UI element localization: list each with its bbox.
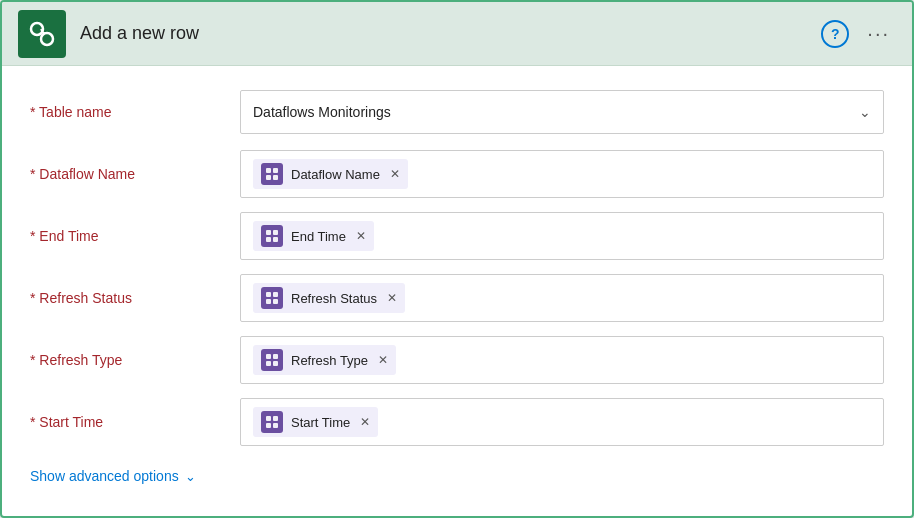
more-button[interactable]: ··· bbox=[861, 18, 896, 49]
field-dataflow-name[interactable]: Dataflow Name ✕ bbox=[240, 150, 884, 198]
tag-close-start-time[interactable]: ✕ bbox=[360, 416, 370, 428]
tag-icon-refresh-type bbox=[261, 349, 283, 371]
help-button[interactable]: ? bbox=[821, 20, 849, 48]
tag-label-start-time: Start Time bbox=[291, 415, 350, 430]
tag-label-refresh-type: Refresh Type bbox=[291, 353, 368, 368]
row-table-name: Table name Dataflows Monitorings ⌄ bbox=[30, 84, 884, 140]
tag-label-end-time: End Time bbox=[291, 229, 346, 244]
header-title: Add a new row bbox=[80, 23, 821, 44]
header-actions: ? ··· bbox=[821, 18, 896, 49]
tag-label-dataflow-name: Dataflow Name bbox=[291, 167, 380, 182]
tag-close-dataflow-name[interactable]: ✕ bbox=[390, 168, 400, 180]
row-end-time: End Time End Time ✕ bbox=[30, 208, 884, 264]
advanced-options-label: Show advanced options bbox=[30, 468, 179, 484]
label-end-time: End Time bbox=[30, 228, 240, 244]
svg-rect-10 bbox=[266, 292, 271, 297]
tag-icon-end-time bbox=[261, 225, 283, 247]
svg-rect-9 bbox=[273, 237, 278, 242]
svg-point-1 bbox=[41, 33, 53, 45]
tag-dataflow-name: Dataflow Name ✕ bbox=[253, 159, 408, 189]
row-refresh-status: Refresh Status Refresh Status ✕ bbox=[30, 270, 884, 326]
svg-rect-15 bbox=[273, 354, 278, 359]
svg-rect-14 bbox=[266, 354, 271, 359]
field-end-time[interactable]: End Time ✕ bbox=[240, 212, 884, 260]
svg-rect-21 bbox=[273, 423, 278, 428]
tag-start-time: Start Time ✕ bbox=[253, 407, 378, 437]
tag-close-refresh-type[interactable]: ✕ bbox=[378, 354, 388, 366]
label-table-name: Table name bbox=[30, 104, 240, 120]
card: Add a new row ? ··· Table name Dataflows… bbox=[0, 0, 914, 518]
tag-close-refresh-status[interactable]: ✕ bbox=[387, 292, 397, 304]
row-start-time: Start Time Start Time ✕ bbox=[30, 394, 884, 450]
label-dataflow-name: Dataflow Name bbox=[30, 166, 240, 182]
row-refresh-type: Refresh Type Refresh Type ✕ bbox=[30, 332, 884, 388]
tag-label-refresh-status: Refresh Status bbox=[291, 291, 377, 306]
chevron-down-advanced-icon: ⌄ bbox=[185, 469, 196, 484]
svg-rect-20 bbox=[266, 423, 271, 428]
tag-icon-dataflow-name bbox=[261, 163, 283, 185]
show-advanced-options-link[interactable]: Show advanced options ⌄ bbox=[30, 468, 196, 484]
svg-rect-13 bbox=[273, 299, 278, 304]
svg-rect-12 bbox=[266, 299, 271, 304]
svg-rect-11 bbox=[273, 292, 278, 297]
dropdown-table-name[interactable]: Dataflows Monitorings ⌄ bbox=[240, 90, 884, 134]
header: Add a new row ? ··· bbox=[2, 2, 912, 66]
label-refresh-type: Refresh Type bbox=[30, 352, 240, 368]
tag-icon-refresh-status bbox=[261, 287, 283, 309]
svg-rect-17 bbox=[273, 361, 278, 366]
label-start-time: Start Time bbox=[30, 414, 240, 430]
svg-rect-18 bbox=[266, 416, 271, 421]
tag-icon-start-time bbox=[261, 411, 283, 433]
tag-end-time: End Time ✕ bbox=[253, 221, 374, 251]
svg-rect-4 bbox=[266, 175, 271, 180]
dropdown-table-name-value: Dataflows Monitorings bbox=[253, 104, 391, 120]
svg-rect-2 bbox=[266, 168, 271, 173]
chevron-down-icon: ⌄ bbox=[859, 104, 871, 120]
svg-rect-3 bbox=[273, 168, 278, 173]
field-refresh-status[interactable]: Refresh Status ✕ bbox=[240, 274, 884, 322]
field-refresh-type[interactable]: Refresh Type ✕ bbox=[240, 336, 884, 384]
tag-close-end-time[interactable]: ✕ bbox=[356, 230, 366, 242]
svg-rect-16 bbox=[266, 361, 271, 366]
row-dataflow-name: Dataflow Name Dataflow Name ✕ bbox=[30, 146, 884, 202]
tag-refresh-status: Refresh Status ✕ bbox=[253, 283, 405, 313]
svg-rect-19 bbox=[273, 416, 278, 421]
svg-rect-7 bbox=[273, 230, 278, 235]
svg-rect-6 bbox=[266, 230, 271, 235]
label-refresh-status: Refresh Status bbox=[30, 290, 240, 306]
field-start-time[interactable]: Start Time ✕ bbox=[240, 398, 884, 446]
svg-rect-5 bbox=[273, 175, 278, 180]
svg-rect-8 bbox=[266, 237, 271, 242]
form-body: Table name Dataflows Monitorings ⌄ Dataf… bbox=[2, 66, 912, 505]
app-logo bbox=[18, 10, 66, 58]
tag-refresh-type: Refresh Type ✕ bbox=[253, 345, 396, 375]
